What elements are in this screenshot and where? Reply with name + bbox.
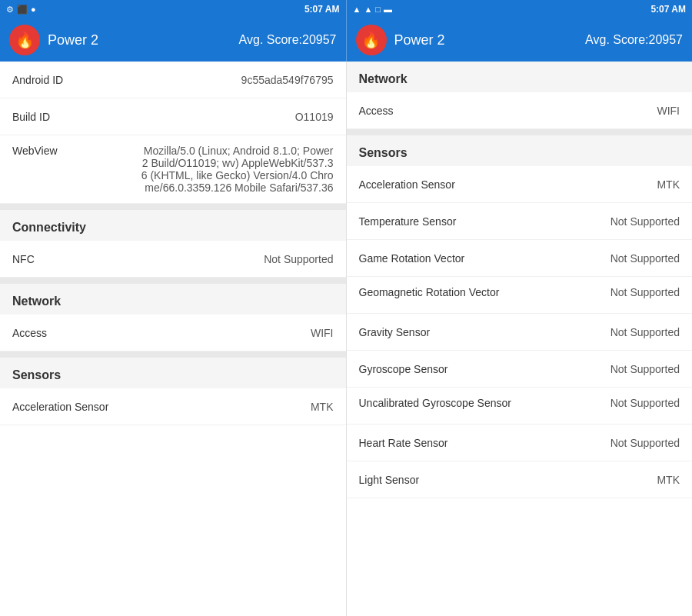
network-header-right: Network bbox=[347, 62, 693, 92]
webview-label: WebView bbox=[12, 145, 64, 157]
acceleration-row-right: Acceleration Sensor MTK bbox=[347, 166, 693, 203]
nfc-row: NFC Not Supported bbox=[0, 241, 346, 278]
right-status-icons: ▲ ▲ □ ▬ bbox=[353, 5, 392, 14]
app-logo-right: 🔥 bbox=[356, 25, 387, 55]
divider-1 bbox=[0, 204, 346, 210]
sensors-header-left: Sensors bbox=[0, 358, 346, 388]
app-bar-right: 🔥 Power 2 Avg. Score:20957 bbox=[346, 18, 693, 62]
app-bar-left: 🔥 Power 2 Avg. Score:20957 bbox=[0, 18, 346, 62]
game-rotation-value: Not Supported bbox=[610, 252, 680, 265]
flame-icon: ● bbox=[31, 5, 36, 14]
right-time: 5:07 AM bbox=[650, 4, 686, 15]
gyroscope-row: Gyroscope Sensor Not Supported bbox=[347, 351, 693, 388]
divider-3 bbox=[0, 351, 346, 358]
app-logo-left: 🔥 bbox=[9, 25, 40, 55]
light-sensor-row: Light Sensor MTK bbox=[347, 461, 693, 498]
network-access-row-left: Access WIFI bbox=[0, 315, 346, 351]
left-panel[interactable]: Android ID 9c55ada549f76795 Build ID O11… bbox=[0, 62, 346, 616]
game-rotation-label: Game Rotation Vector bbox=[359, 252, 471, 265]
build-id-row: Build ID O11019 bbox=[0, 98, 346, 135]
network-access-value-right: WIFI bbox=[657, 105, 680, 117]
acceleration-label-right: Acceleration Sensor bbox=[359, 178, 461, 191]
content-area: Android ID 9c55ada549f76795 Build ID O11… bbox=[0, 62, 692, 616]
app-bar: 🔥 Power 2 Avg. Score:20957 🔥 Power 2 Avg… bbox=[0, 18, 692, 62]
webview-value: Mozilla/5.0 (Linux; Android 8.1.0; Power… bbox=[141, 145, 334, 194]
webview-row: WebView Mozilla/5.0 (Linux; Android 8.1.… bbox=[0, 135, 346, 204]
network-header-left: Network bbox=[0, 284, 346, 315]
acceleration-label-left: Acceleration Sensor bbox=[12, 401, 115, 413]
build-id-label: Build ID bbox=[12, 111, 56, 123]
status-bar-right: ▲ ▲ □ ▬ 5:07 AM bbox=[346, 0, 693, 18]
image-icon: ⬛ bbox=[17, 5, 28, 15]
left-status-icons: ⚙ ⬛ ● bbox=[6, 5, 36, 15]
location-icon: ▲ bbox=[353, 5, 361, 14]
gravity-row: Gravity Sensor Not Supported bbox=[347, 314, 693, 351]
signal-icon: □ bbox=[375, 5, 381, 14]
temperature-label: Temperature Sensor bbox=[359, 215, 463, 228]
status-bar-left: ⚙ ⬛ ● 5:07 AM bbox=[0, 0, 346, 18]
light-sensor-label: Light Sensor bbox=[359, 474, 426, 486]
temperature-value: Not Supported bbox=[610, 215, 680, 228]
left-time: 5:07 AM bbox=[304, 4, 340, 15]
app-score-right: Avg. Score:20957 bbox=[585, 33, 683, 47]
app-score-left: Avg. Score:20957 bbox=[239, 33, 337, 47]
network-access-label-right: Access bbox=[359, 105, 400, 117]
right-panel[interactable]: Network Access WIFI Sensors Acceleration… bbox=[346, 62, 693, 616]
wifi-icon: ▲ bbox=[364, 5, 372, 14]
build-id-value: O11019 bbox=[295, 111, 334, 123]
acceleration-value-left: MTK bbox=[311, 401, 334, 413]
temperature-row: Temperature Sensor Not Supported bbox=[347, 203, 693, 240]
network-access-label-left: Access bbox=[12, 327, 53, 339]
geomagnetic-row: Geomagnetic Rotation Vector Not Supporte… bbox=[347, 277, 693, 314]
uncal-gyroscope-label: Uncalibrated Gyroscope Sensor bbox=[359, 397, 517, 409]
uncal-gyroscope-row: Uncalibrated Gyroscope Sensor Not Suppor… bbox=[347, 388, 693, 425]
battery-icon: ▬ bbox=[384, 5, 392, 14]
geomagnetic-value: Not Supported bbox=[610, 286, 680, 298]
heart-rate-value: Not Supported bbox=[610, 437, 680, 449]
network-access-row-right: Access WIFI bbox=[347, 92, 693, 129]
android-id-row: Android ID 9c55ada549f76795 bbox=[0, 62, 346, 98]
divider-right-1 bbox=[347, 129, 693, 135]
divider-2 bbox=[0, 278, 346, 284]
logo-icon-left: 🔥 bbox=[15, 31, 35, 49]
android-id-label: Android ID bbox=[12, 74, 69, 86]
gyroscope-label: Gyroscope Sensor bbox=[359, 363, 454, 375]
heart-rate-label: Heart Rate Sensor bbox=[359, 437, 454, 449]
geomagnetic-label: Geomagnetic Rotation Vector bbox=[359, 286, 506, 298]
gravity-label: Gravity Sensor bbox=[359, 326, 437, 338]
nfc-value: Not Supported bbox=[264, 253, 333, 265]
logo-icon-right: 🔥 bbox=[361, 31, 381, 49]
uncal-gyroscope-value: Not Supported bbox=[610, 397, 680, 409]
app-title-right: Power 2 bbox=[394, 32, 445, 48]
gyroscope-value: Not Supported bbox=[610, 363, 680, 375]
app-title-left: Power 2 bbox=[48, 32, 98, 48]
acceleration-row-left: Acceleration Sensor MTK bbox=[0, 388, 346, 425]
acceleration-value-right: MTK bbox=[657, 178, 680, 191]
status-bar: ⚙ ⬛ ● 5:07 AM ▲ ▲ □ ▬ 5:07 AM bbox=[0, 0, 692, 18]
android-id-value: 9c55ada549f76795 bbox=[241, 74, 334, 86]
light-sensor-value: MTK bbox=[657, 474, 680, 486]
nfc-label: NFC bbox=[12, 253, 41, 265]
gravity-value: Not Supported bbox=[610, 326, 680, 338]
connectivity-header: Connectivity bbox=[0, 210, 346, 241]
game-rotation-row: Game Rotation Vector Not Supported bbox=[347, 240, 693, 277]
sensors-header-right: Sensors bbox=[347, 135, 693, 166]
heart-rate-row: Heart Rate Sensor Not Supported bbox=[347, 425, 693, 461]
settings-icon: ⚙ bbox=[6, 5, 14, 15]
network-access-value-left: WIFI bbox=[311, 327, 334, 339]
